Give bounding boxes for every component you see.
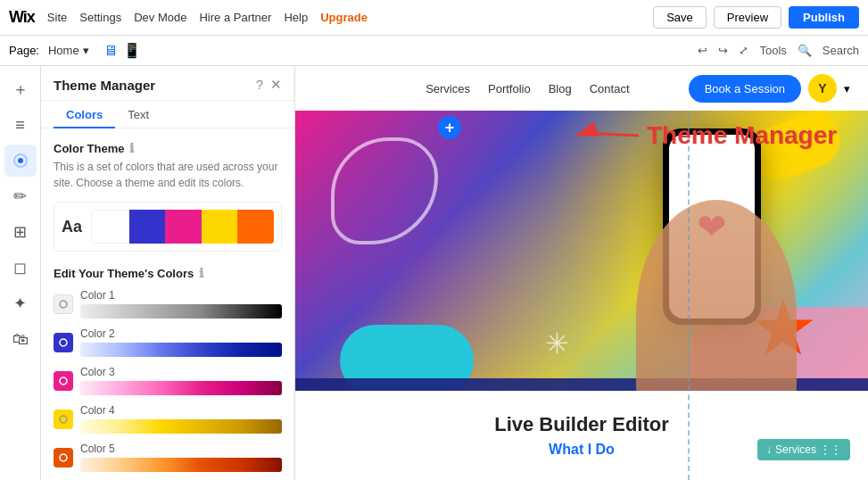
tool-store[interactable]: 🛍 — [4, 323, 37, 355]
color-strip-2[interactable] — [80, 343, 282, 357]
nav-devmode[interactable]: Dev Mode — [134, 11, 186, 24]
color-label-4: Color 4 — [80, 404, 282, 417]
shape-burst-icon: ✳ — [545, 327, 569, 360]
left-sidebar: ＋ ≡ ✏ ⊞ ◻ ✦ 🛍 — [0, 66, 41, 480]
color-theme-title: Color Theme ℹ — [54, 141, 282, 155]
color-info-2: Color 2 — [80, 327, 282, 357]
swatch-3 — [165, 210, 202, 244]
nav-blog[interactable]: Blog — [549, 82, 572, 95]
avatar: Y — [808, 74, 837, 103]
color-theme-preview[interactable]: Aa — [54, 202, 282, 252]
theme-swatches — [91, 210, 274, 244]
preview-button[interactable]: Preview — [714, 6, 781, 29]
edit-colors-title: Edit Your Theme's Colors ℹ — [54, 266, 282, 280]
canvas-inner: Services Portfolio Blog Contact Book a S… — [295, 66, 868, 480]
top-nav: Site Settings Dev Mode Hire a Partner He… — [47, 11, 368, 24]
hero-image: ✳ ❤ — [295, 111, 868, 414]
main-layout: ＋ ≡ ✏ ⊞ ◻ ✦ 🛍 Theme Manager ? ✕ Colors T… — [0, 66, 868, 480]
color-dot-3[interactable] — [54, 371, 73, 391]
color-strip-3[interactable] — [80, 381, 282, 395]
swatch-1 — [91, 210, 129, 244]
publish-button[interactable]: Publish — [789, 6, 859, 29]
nav-site[interactable]: Site — [47, 11, 67, 24]
color-row-1: Color 1 — [54, 289, 282, 319]
color-strip-1[interactable] — [80, 304, 282, 319]
swatch-2 — [129, 210, 166, 244]
tool-blog[interactable]: ✦ — [4, 287, 37, 319]
search-icon[interactable]: 🔍 — [798, 44, 812, 57]
theme-panel: Theme Manager ? ✕ Colors Text Color Them… — [41, 66, 295, 480]
svg-point-3 — [60, 377, 67, 385]
desktop-icon[interactable]: 🖥 — [103, 43, 118, 59]
website-cta-button[interactable]: Book a Session — [689, 75, 801, 103]
shape-blob1 — [331, 137, 438, 244]
save-button[interactable]: Save — [653, 6, 707, 29]
tab-text[interactable]: Text — [115, 101, 161, 128]
nav-portfolio[interactable]: Portfolio — [488, 82, 531, 95]
tab-colors[interactable]: Colors — [54, 101, 115, 128]
svg-point-0 — [18, 158, 23, 163]
color-theme-info-icon[interactable]: ℹ — [129, 141, 134, 155]
color-label-1: Color 1 — [80, 289, 282, 302]
svg-point-4 — [60, 416, 67, 423]
nav-settings[interactable]: Settings — [79, 11, 121, 24]
add-section-button[interactable]: + — [438, 116, 461, 139]
fullscreen-icon[interactable]: ⤢ — [739, 44, 748, 57]
theme-aa: Aa — [62, 218, 82, 236]
canvas-area: Services Portfolio Blog Contact Book a S… — [295, 66, 868, 480]
color-strip-5[interactable] — [80, 458, 282, 472]
tool-pages[interactable]: ≡ — [4, 109, 37, 141]
color-dot-4[interactable] — [54, 410, 73, 429]
tool-edit[interactable]: ✏ — [4, 180, 37, 212]
nav-chevron-icon[interactable]: ▾ — [844, 82, 850, 95]
services-badge-menu-icon: ⋮⋮ — [820, 443, 841, 456]
color-dot-2[interactable] — [54, 333, 73, 352]
theme-tabs: Colors Text — [41, 101, 294, 128]
wix-logo: Wix — [9, 8, 35, 27]
tool-media[interactable]: ◻ — [4, 252, 37, 284]
bottom-section: Live Builder Editor What I Do — [295, 391, 868, 480]
what-i-do-subtitle: What I Do — [549, 442, 615, 458]
theme-panel-body: Color Theme ℹ This is a set of colors th… — [41, 128, 294, 480]
page-name: Home — [48, 44, 79, 57]
services-badge-label: Services — [775, 443, 816, 456]
nav-contact[interactable]: Contact — [590, 82, 630, 95]
redo-icon[interactable]: ↪ — [718, 44, 728, 57]
toolbar-right: ↩ ↪ ⤢ Tools 🔍 Search — [698, 44, 859, 57]
top-bar-left: Wix Site Settings Dev Mode Hire a Partne… — [9, 8, 368, 27]
swatch-5 — [237, 210, 274, 244]
tool-theme[interactable] — [4, 145, 37, 177]
nav-hire[interactable]: Hire a Partner — [199, 11, 271, 24]
tools-label[interactable]: Tools — [759, 44, 786, 57]
nav-services[interactable]: Services — [426, 82, 470, 95]
page-select[interactable]: Home ▾ — [48, 44, 89, 57]
color-info-4: Color 4 — [80, 404, 282, 434]
nav-help[interactable]: Help — [284, 11, 308, 24]
live-builder-title: Live Builder Editor — [494, 413, 669, 436]
chevron-down-icon: ▾ — [83, 44, 89, 57]
edit-colors-info-icon[interactable]: ℹ — [199, 266, 203, 280]
svg-point-2 — [60, 339, 67, 346]
color-row-5: Color 5 — [54, 443, 282, 472]
theme-close-button[interactable]: ✕ — [270, 77, 282, 93]
top-bar-right: Save Preview Publish — [653, 6, 859, 29]
search-label[interactable]: Search — [823, 44, 859, 57]
page-label: Page: — [9, 44, 39, 57]
color-info-5: Color 5 — [80, 443, 282, 472]
color-dot-5[interactable] — [54, 448, 73, 468]
tool-add[interactable]: ＋ — [4, 73, 37, 105]
color-strip-4[interactable] — [80, 419, 282, 434]
services-badge[interactable]: ↓ Services ⋮⋮ — [757, 439, 850, 460]
color-dot-1[interactable] — [54, 294, 73, 314]
tool-apps[interactable]: ⊞ — [4, 216, 37, 248]
nav-upgrade[interactable]: Upgrade — [320, 11, 368, 24]
device-icons: 🖥 📱 — [103, 42, 141, 59]
theme-panel-actions: ? ✕ — [256, 77, 282, 93]
dashed-boundary-line — [688, 111, 690, 480]
mobile-icon[interactable]: 📱 — [123, 42, 141, 59]
color-info-3: Color 3 — [80, 366, 282, 395]
undo-icon[interactable]: ↩ — [698, 44, 707, 57]
services-badge-icon: ↓ — [766, 443, 772, 456]
website-nav: Services Portfolio Blog Contact Book a S… — [295, 66, 868, 111]
theme-help-button[interactable]: ? — [256, 77, 263, 93]
